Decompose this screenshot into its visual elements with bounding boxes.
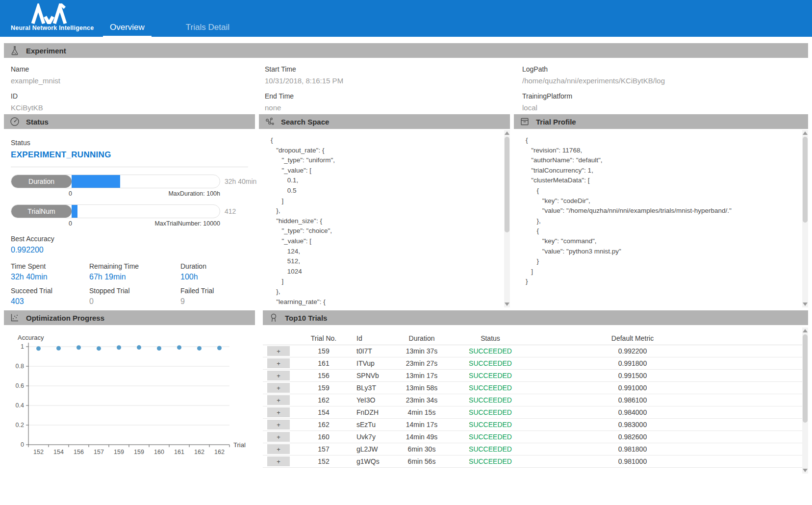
x-tick-label: 159 (114, 449, 124, 455)
scrollbar-thumb[interactable] (803, 137, 808, 223)
field-label: ID (11, 92, 265, 100)
cell-default-metric: 0.986100 (530, 396, 736, 404)
expand-row-button[interactable]: + (267, 346, 290, 356)
data-point[interactable] (217, 346, 222, 350)
data-point[interactable] (36, 346, 41, 351)
tab-overview[interactable]: Overview (103, 23, 152, 37)
optimization-chart-panel: Accuracy00.20.40.60.81152154156157159159… (4, 325, 255, 501)
progress-bar: TrialNum (11, 204, 220, 218)
cell-default-metric: 0.984000 (530, 408, 736, 416)
best-accuracy-value: 0.992200 (11, 246, 248, 254)
cell-trial-no: 160 (294, 433, 353, 441)
data-point[interactable] (137, 345, 141, 350)
progress-bar-label: Duration (11, 175, 72, 188)
col-status: Status (451, 334, 530, 342)
code-line: "value": "python3 mnist.py" (526, 247, 801, 257)
code-line: { (271, 135, 503, 146)
code-line: "_type": "uniform", (271, 155, 503, 166)
cell-default-metric: 0.991000 (530, 384, 736, 392)
cell-trial-no: 162 (294, 421, 353, 429)
x-tick-label: 152 (33, 449, 44, 455)
cell-id: g1WQs (353, 457, 392, 465)
search-space-json: { "dropout_rate": { "_type": "uniform", … (259, 129, 503, 309)
field-value: none (265, 103, 522, 112)
data-point[interactable] (117, 345, 121, 350)
top10-trials-table: Trial No. Id Duration Status Default Met… (263, 325, 802, 501)
expand-row-button[interactable]: + (267, 407, 290, 417)
data-point[interactable] (157, 346, 161, 351)
expand-row-button[interactable]: + (267, 383, 290, 393)
scrollbar-thumb[interactable] (803, 334, 808, 423)
expand-row-button[interactable]: + (267, 371, 290, 380)
gauge-icon (10, 117, 20, 126)
cell-status: SUCCEEDED (451, 433, 530, 441)
x-tick-label: 160 (154, 449, 164, 455)
trialnum-progress-row: TrialNum 412 (11, 204, 248, 218)
cell-id: Uvk7y (353, 433, 392, 441)
expand-cell: + (263, 432, 294, 442)
field-label: TrainingPlatform (522, 92, 808, 100)
cell-trial-no: 159 (294, 384, 353, 392)
top10-section-header: Top10 Trials (263, 310, 808, 325)
cell-id: gL2JW (353, 445, 392, 453)
archive-box-icon (520, 117, 530, 126)
progress-bar-label: TrialNum (11, 205, 72, 218)
scroll-down-arrow[interactable] (505, 303, 509, 306)
expand-row-button[interactable]: + (267, 456, 290, 466)
y-tick-label: 0.2 (16, 422, 24, 429)
expand-cell: + (263, 346, 294, 356)
scroll-up-arrow[interactable] (803, 329, 808, 332)
expand-row-button[interactable]: + (267, 395, 290, 405)
trial-profile-scrollbar[interactable] (802, 130, 808, 307)
scatter-chart-icon (10, 313, 20, 323)
cell-duration: 14min 49s (392, 433, 451, 441)
expand-cell: + (263, 395, 294, 405)
x-tick-label: 162 (214, 449, 225, 455)
cell-status: SUCCEEDED (451, 359, 530, 367)
data-point[interactable] (56, 346, 61, 351)
duration-progress-row: Duration 32h 40min (11, 175, 248, 188)
expand-row-button[interactable]: + (267, 432, 290, 442)
trial-profile-section-header: Trial Profile (514, 114, 808, 129)
x-tick-label: 154 (53, 449, 64, 455)
code-line: 0.5 (271, 186, 503, 196)
stat-label: Succeed Trial (11, 287, 89, 295)
field-value: 10/31/2018, 8:16:15 PM (265, 76, 522, 85)
stat-value: 0 (89, 297, 180, 306)
search-space-scrollbar[interactable] (504, 130, 510, 307)
data-point[interactable] (177, 345, 181, 350)
cell-trial-no: 162 (294, 396, 353, 404)
stat-time-spent: Time Spent 32h 40min (11, 262, 89, 281)
scroll-down-arrow[interactable] (803, 303, 808, 306)
data-point[interactable] (76, 345, 81, 350)
expand-row-button[interactable]: + (267, 420, 290, 429)
scrollbar-thumb[interactable] (505, 137, 509, 232)
status-panel: Status EXPERIMENT_RUNNING Duration 32h 4… (4, 129, 255, 309)
progress-bars: Duration 32h 40min 0 MaxDuration: 100h T… (11, 175, 248, 227)
expand-row-button[interactable]: + (267, 358, 290, 368)
stat-succeed-trial: Succeed Trial 403 (11, 287, 89, 306)
page-scrollbar[interactable] (802, 328, 808, 474)
code-line: "authorName": "default", (526, 155, 801, 166)
expand-row-button[interactable]: + (267, 444, 290, 454)
scroll-up-arrow[interactable] (803, 131, 808, 135)
data-point[interactable] (197, 346, 202, 351)
tab-trials-detail[interactable]: Trials Detail (179, 23, 236, 37)
progress-max: MaxTrialNumber: 10000 (154, 220, 220, 227)
progress-bar-value: 412 (225, 207, 236, 215)
table-row: + 152 g1WQs 6min 56s SUCCEEDED 0.981000 (263, 455, 802, 468)
cell-status: SUCCEEDED (451, 384, 530, 392)
cell-duration: 6min 30s (392, 445, 451, 453)
code-line: "dropout_rate": { (271, 146, 503, 156)
cell-duration: 4min 15s (392, 408, 451, 416)
cell-status: SUCCEEDED (451, 372, 530, 379)
cell-duration: 13min 17s (392, 372, 451, 379)
status-section-header: Status (4, 114, 255, 129)
scroll-down-arrow[interactable] (803, 469, 808, 472)
y-tick-label: 1 (21, 343, 24, 350)
cell-status: SUCCEEDED (451, 408, 530, 416)
data-point[interactable] (97, 346, 101, 351)
expand-cell: + (263, 407, 294, 417)
scroll-up-arrow[interactable] (505, 131, 509, 135)
code-line: ] (271, 277, 503, 287)
